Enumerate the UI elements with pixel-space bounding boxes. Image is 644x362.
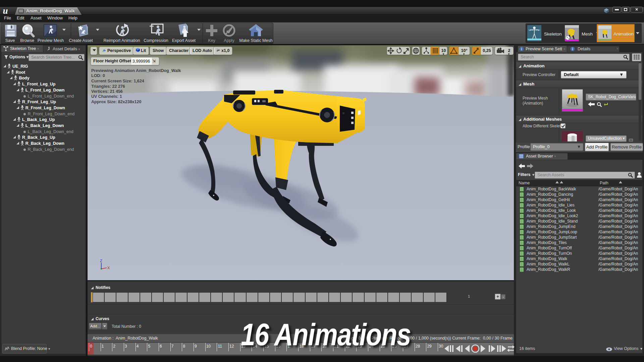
svg-text:Z: Z (100, 259, 102, 263)
svg-text:i: i (521, 47, 522, 51)
svg-text:X: X (107, 266, 110, 270)
svg-text:i: i (572, 47, 573, 51)
